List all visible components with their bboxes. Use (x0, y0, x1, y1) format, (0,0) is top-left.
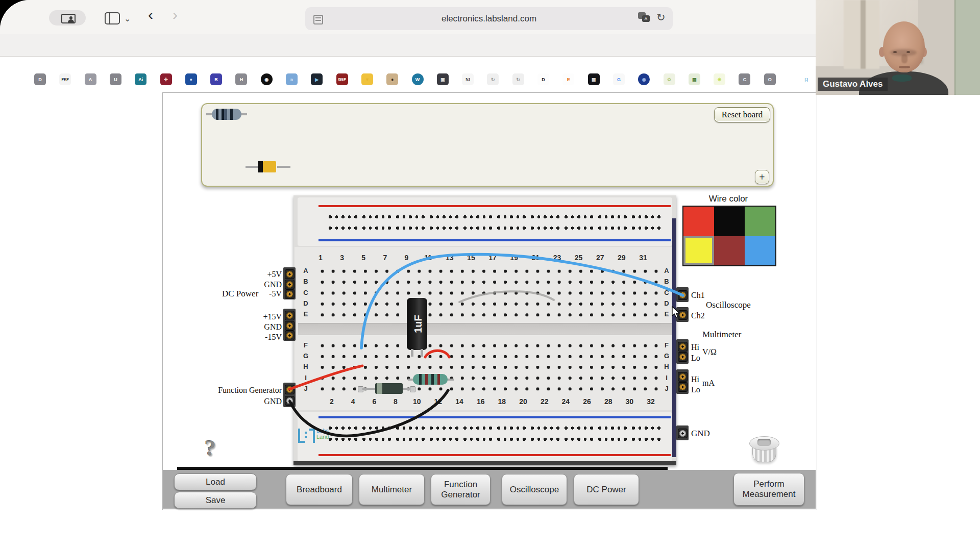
bookmark-favicon[interactable]: H (235, 73, 247, 85)
address-bar[interactable]: electronics.labsland.com A ↻ (305, 7, 673, 30)
label-gnd1: GND (220, 280, 282, 289)
wire-color-swatch[interactable] (745, 236, 775, 266)
bookmark-favicon[interactable]: A (85, 73, 96, 85)
mouse-cursor (672, 306, 681, 319)
label-function-generator: Function Generator (205, 386, 282, 395)
reset-board-button[interactable]: Reset board (714, 107, 770, 122)
bookmark-favicon[interactable]: ✳ (714, 73, 725, 85)
label-vohm: V/Ω (702, 347, 717, 357)
bookmark-favicon[interactable]: ▤ (689, 73, 700, 85)
bookmark-favicon[interactable]: E (562, 73, 574, 85)
diode-component[interactable] (246, 161, 290, 172)
wire-color-title: Wire color (682, 194, 774, 204)
bookmark-favicon[interactable]: U (110, 73, 121, 85)
help-button[interactable]: ? (205, 435, 216, 461)
bookmark-favicon[interactable]: Ai (135, 73, 146, 85)
bookmark-favicon[interactable]: ↻ (512, 73, 524, 85)
url-text: electronics.labsland.com (305, 7, 673, 30)
wire-shadow (459, 291, 554, 302)
wire-color-picker (682, 206, 776, 266)
label-gnd: GND (691, 429, 710, 439)
forward-button[interactable]: › (173, 7, 178, 22)
bookmark-favicon[interactable]: G (613, 73, 625, 85)
bookmark-favicon[interactable]: D (537, 73, 549, 85)
bookmark-favicon[interactable]: ● (185, 73, 197, 85)
label-gnd2: GND (220, 322, 282, 332)
save-button[interactable]: Save (174, 492, 257, 509)
bookmark-favicon[interactable]: C (739, 73, 750, 85)
wire-color-swatch[interactable] (714, 236, 745, 266)
label-ch1: Ch1 (691, 291, 705, 300)
bookmark-favicon[interactable]: ✚ (160, 73, 172, 85)
label-ma-lo: Lo (691, 385, 700, 394)
instrument-button-multimeter[interactable]: Multimeter (359, 474, 425, 505)
bookmark-favicon[interactable]: ◉ (638, 73, 650, 85)
label-minus15v: -15V (220, 333, 282, 342)
wire-color-swatch[interactable] (714, 207, 745, 236)
bookmark-favicon[interactable]: R (210, 73, 222, 85)
reload-icon[interactable]: ↻ (656, 11, 666, 23)
bookmark-favicon[interactable]: D (34, 73, 46, 85)
bookmark-favicon[interactable]: ▶ (311, 73, 323, 85)
label-vohm-lo: Lo (691, 354, 700, 363)
bookmark-favicon[interactable]: |:| (800, 73, 812, 85)
label-plus15v: +15V (220, 312, 282, 321)
diode-on-board[interactable] (358, 383, 415, 394)
bookmark-favicon[interactable]: O (764, 73, 776, 85)
red-wire[interactable] (289, 366, 362, 389)
perform-measurement-button[interactable]: Perform Measurement (733, 473, 804, 506)
wires-layer (276, 195, 692, 465)
label-fg-gnd: GND (220, 397, 282, 406)
bookmark-favicon[interactable]: PKP (59, 73, 71, 85)
chevron-down-icon[interactable]: ⌄ (124, 11, 131, 27)
red-jumper[interactable] (425, 350, 449, 357)
back-button[interactable]: ‹ (148, 7, 153, 22)
bookmark-favicon[interactable]: ≈ (286, 73, 298, 85)
bookmark-favicon[interactable]: ▦ (588, 73, 600, 85)
bookmark-favicon[interactable]: ✿ (664, 73, 675, 85)
component-palette (201, 103, 774, 187)
capacitor-1uF[interactable]: 1uF (407, 298, 427, 350)
load-button[interactable]: Load (174, 473, 257, 490)
webcam-name-label: Gustavo Alves (818, 78, 888, 91)
bookmark-favicon[interactable]: ISEP (336, 73, 348, 85)
label-plus5v: +5V (220, 270, 282, 279)
bookmark-favicon[interactable]: ▼ (361, 73, 373, 85)
label-oscilloscope: Oscilloscope (706, 300, 751, 310)
bottom-toolbar: Load Save BreadboardMultimeterFunction G… (163, 470, 816, 509)
add-component-button[interactable]: + (755, 170, 769, 184)
label-multimeter: Multimeter (702, 330, 741, 340)
bookmark-favicon[interactable]: ↻ (487, 73, 499, 85)
browser-window: ⌄ ‹ › electronics.labsland.com A ↻ DPKPA… (0, 0, 980, 551)
bookmark-favicon[interactable]: ▣ (437, 73, 449, 85)
bookmark-favicon[interactable]: ᴥ (386, 73, 398, 85)
person-collar (892, 74, 912, 82)
label-ma-hi: Hi (691, 375, 699, 384)
wire-color-swatch[interactable] (745, 207, 775, 236)
bookmark-favicon[interactable]: ◉ (261, 73, 273, 85)
bookmark-favicon[interactable]: fct (462, 73, 474, 85)
bookmark-favicon[interactable]: W (412, 73, 424, 85)
resistor-component[interactable] (206, 108, 247, 120)
sidebar-toggle-icon[interactable] (105, 12, 120, 24)
instrument-button-oscilloscope[interactable]: Oscilloscope (502, 474, 567, 505)
tab-overview-button[interactable] (49, 10, 86, 26)
instrument-button-function-generator[interactable]: Function Generator (431, 474, 491, 505)
black-wire[interactable] (290, 390, 448, 436)
label-ma: mA (702, 379, 715, 388)
label-vohm-hi: Hi (691, 343, 699, 352)
label-dc-power: DC Power (222, 289, 258, 299)
webcam-overlay: Gustavo Alves (816, 0, 980, 95)
instrument-button-dc-power[interactable]: DC Power (574, 474, 639, 505)
label-ch2: Ch2 (691, 311, 705, 320)
instrument-button-breadboard[interactable]: Breadboard (286, 474, 353, 505)
person-head (883, 21, 925, 72)
